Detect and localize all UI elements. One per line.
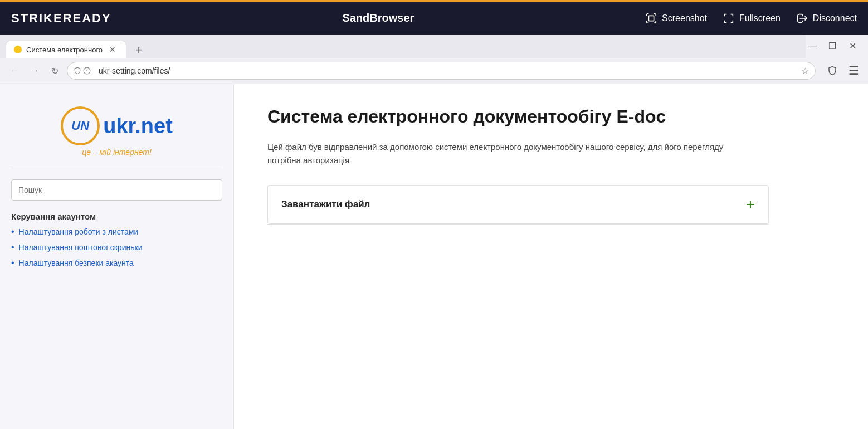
bookmark-icon[interactable]: ☆ bbox=[801, 66, 809, 76]
window-controls: — ❐ ✕ bbox=[806, 39, 868, 53]
app-logo: STRIKEREADY bbox=[11, 11, 111, 26]
fullscreen-label: Fullscreen bbox=[739, 13, 781, 23]
shield-toolbar-icon[interactable] bbox=[825, 63, 840, 79]
list-item: Налаштування роботи з листами bbox=[11, 227, 222, 237]
sidebar-section-title: Керування акаунтом bbox=[11, 212, 222, 221]
list-item: Налаштування поштової скриньки bbox=[11, 242, 222, 252]
app-title: SandBrowser bbox=[342, 12, 414, 25]
search-input[interactable] bbox=[11, 179, 222, 201]
logo-circle: UN bbox=[61, 106, 100, 145]
maximize-button[interactable]: ❐ bbox=[826, 39, 839, 52]
download-plus-button[interactable]: + bbox=[746, 196, 755, 213]
disconnect-action[interactable]: Disconnect bbox=[796, 12, 857, 25]
back-button[interactable]: ← bbox=[7, 63, 22, 79]
tab-bar: Система електронного ✕ + bbox=[0, 35, 806, 58]
sidebar-links: Налаштування роботи з листами Налаштуван… bbox=[11, 227, 222, 268]
screenshot-label: Screenshot bbox=[662, 13, 707, 23]
screenshot-action[interactable]: Screenshot bbox=[645, 12, 707, 25]
list-item: Налаштування безпеки акаунта bbox=[11, 258, 222, 268]
screenshot-icon bbox=[645, 12, 657, 25]
sidebar-link-mailbox[interactable]: Налаштування поштової скриньки bbox=[19, 243, 143, 252]
page-title: Система електронного документообігу E-do… bbox=[267, 106, 835, 127]
address-bar-row: ← → ↻ ukr-setting.com/files/ ☆ ☰ bbox=[0, 58, 868, 84]
reload-button[interactable]: ↻ bbox=[47, 63, 62, 79]
forward-button[interactable]: → bbox=[27, 63, 42, 79]
sidebar-link-security[interactable]: Налаштування безпеки акаунта bbox=[19, 259, 134, 267]
browser-chrome: Система електронного ✕ + — ❐ ✕ ← → ↻ ukr… bbox=[0, 35, 868, 84]
logo-tagline: це – мій інтернет! bbox=[82, 148, 152, 157]
app-bar: STRIKEREADY SandBrowser Screenshot Fulls… bbox=[0, 0, 868, 35]
tab-title: Система електронного bbox=[26, 46, 103, 54]
divider bbox=[267, 224, 769, 225]
sidebar-link-letters[interactable]: Налаштування роботи з листами bbox=[19, 227, 139, 236]
download-label: Завантажити файл bbox=[281, 199, 370, 210]
sidebar-account-section: Керування акаунтом Налаштування роботи з… bbox=[11, 212, 222, 268]
tab-favicon bbox=[14, 46, 22, 53]
main-area: Система електронного документообігу E-do… bbox=[234, 84, 868, 429]
app-bar-actions: Screenshot Fullscreen Disconnect bbox=[645, 12, 857, 25]
disconnect-icon bbox=[796, 12, 808, 25]
ukrnet-logo: UN ukr.net це – мій інтернет! bbox=[11, 98, 222, 168]
disconnect-label: Disconnect bbox=[813, 13, 857, 23]
logo-name: ukr.net bbox=[103, 114, 173, 138]
page-content: UN ukr.net це – мій інтернет! Керування … bbox=[0, 84, 868, 429]
minimize-button[interactable]: — bbox=[806, 39, 819, 52]
tab-close-button[interactable]: ✕ bbox=[107, 45, 118, 55]
close-button[interactable]: ✕ bbox=[846, 39, 859, 52]
fullscreen-action[interactable]: Fullscreen bbox=[723, 12, 781, 25]
sidebar: UN ukr.net це – мій інтернет! Керування … bbox=[0, 84, 234, 429]
svg-rect-0 bbox=[649, 16, 654, 21]
browser-tab[interactable]: Система електронного ✕ bbox=[6, 41, 126, 58]
tab-row: Система електронного ✕ + — ❐ ✕ bbox=[0, 35, 868, 58]
url-bar[interactable]: ukr-setting.com/files/ bbox=[67, 62, 816, 80]
toolbar-right: ☰ bbox=[825, 63, 861, 79]
address-right-icons: ☆ bbox=[801, 66, 809, 76]
page-description: Цей файл був відправлений за допомогою с… bbox=[267, 140, 758, 167]
menu-icon[interactable]: ☰ bbox=[846, 63, 861, 79]
new-tab-button[interactable]: + bbox=[131, 42, 147, 58]
logo-monogram: UN bbox=[71, 119, 89, 133]
security-shield-icon bbox=[74, 67, 91, 75]
download-section: Завантажити файл + bbox=[267, 185, 769, 224]
address-wrap: ukr-setting.com/files/ ☆ bbox=[67, 62, 816, 80]
fullscreen-icon bbox=[723, 12, 735, 25]
